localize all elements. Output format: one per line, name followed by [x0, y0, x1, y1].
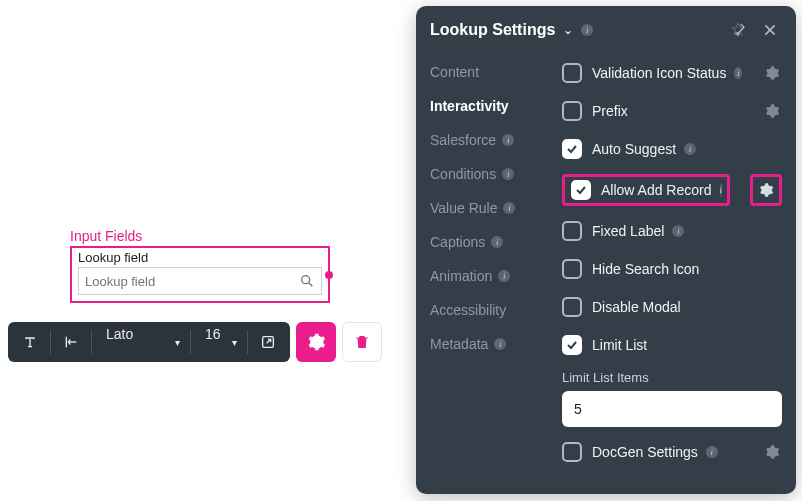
canvas-area: Input Fields Lookup field [70, 228, 330, 303]
option-label: Prefix [592, 103, 628, 119]
checkbox-allow-add-record[interactable] [571, 180, 591, 200]
toolbar-separator [50, 330, 51, 354]
info-icon[interactable]: i [684, 143, 696, 155]
limit-list-input[interactable] [562, 391, 782, 427]
tab-label: Content [430, 64, 479, 80]
toolbar-separator [91, 330, 92, 354]
close-icon[interactable] [758, 18, 782, 42]
panel-title[interactable]: Lookup Settings [430, 21, 555, 39]
chevron-down-icon[interactable]: ⌄ [563, 23, 573, 37]
info-icon[interactable]: i [734, 67, 742, 79]
settings-options: Validation Icon StatusiPrefixAuto Sugges… [556, 54, 796, 494]
open-external-button[interactable] [252, 326, 284, 358]
info-icon[interactable]: i [503, 202, 515, 214]
format-toolbar: Lato ▾ 16 ▾ [8, 322, 382, 362]
text-tool-button[interactable] [14, 326, 46, 358]
svg-line-1 [309, 283, 313, 287]
tab-animation[interactable]: Animationi [430, 268, 556, 284]
option-row-auto-suggest: Auto Suggesti [562, 136, 782, 162]
option-label: Allow Add Record [601, 182, 712, 198]
gear-icon[interactable] [762, 63, 782, 83]
option-row-disable-modal: Disable Modal [562, 294, 782, 320]
info-icon[interactable]: i [498, 270, 510, 282]
gear-icon[interactable] [756, 180, 776, 200]
tab-captions[interactable]: Captionsi [430, 234, 556, 250]
tab-metadata[interactable]: Metadatai [430, 336, 556, 352]
option-row-validation-icon-status: Validation Icon Statusi [562, 60, 782, 86]
info-icon[interactable]: i [491, 236, 503, 248]
info-icon[interactable]: i [706, 446, 718, 458]
tab-label: Metadata [430, 336, 488, 352]
option-row-hide-search-icon: Hide Search Icon [562, 256, 782, 282]
font-family-value: Lato [96, 326, 186, 358]
tab-label: Captions [430, 234, 485, 250]
lookup-input-row [78, 267, 322, 295]
font-family-select[interactable]: Lato ▾ [96, 326, 186, 358]
lookup-settings-panel: Lookup Settings ⌄ i ContentInteractivity… [416, 6, 796, 494]
svg-point-0 [302, 276, 310, 284]
checkbox-validation-icon-status[interactable] [562, 63, 582, 83]
delete-button[interactable] [342, 322, 382, 362]
toolbar-dark-group: Lato ▾ 16 ▾ [8, 322, 290, 362]
pin-icon[interactable] [726, 18, 750, 42]
option-label: DocGen Settings [592, 444, 698, 460]
option-label: Limit List [592, 337, 647, 353]
option-row-docgen-settings: DocGen Settingsi [562, 439, 782, 465]
checkbox-disable-modal[interactable] [562, 297, 582, 317]
checkbox-limit-list[interactable] [562, 335, 582, 355]
info-icon[interactable]: i [494, 338, 506, 350]
toolbar-separator [190, 330, 191, 354]
option-row-limit-list: Limit List [562, 332, 782, 358]
gear-icon[interactable] [762, 442, 782, 462]
highlight-allow-add-record: Allow Add Recordi [562, 174, 730, 206]
tab-value-rule[interactable]: Value Rulei [430, 200, 556, 216]
checkbox-docgen-settings[interactable] [562, 442, 582, 462]
tab-content[interactable]: Content [430, 64, 556, 80]
limit-list-section: Limit List Items [562, 370, 782, 427]
option-label: Validation Icon Status [592, 65, 726, 81]
checkbox-auto-suggest[interactable] [562, 139, 582, 159]
option-row-fixed-label: Fixed Labeli [562, 218, 782, 244]
tab-label: Conditions [430, 166, 496, 182]
tab-salesforce[interactable]: Salesforcei [430, 132, 556, 148]
option-row-prefix: Prefix [562, 98, 782, 124]
tab-label: Accessibility [430, 302, 506, 318]
info-icon[interactable]: i [720, 184, 723, 196]
lookup-field-title: Lookup field [72, 248, 328, 265]
settings-tabs: ContentInteractivitySalesforceiCondition… [416, 54, 556, 494]
checkbox-prefix[interactable] [562, 101, 582, 121]
checkbox-fixed-label[interactable] [562, 221, 582, 241]
tab-label: Interactivity [430, 98, 509, 114]
search-icon [299, 273, 315, 289]
lookup-field-widget[interactable]: Lookup field [70, 246, 330, 303]
option-label: Disable Modal [592, 299, 681, 315]
tab-label: Salesforce [430, 132, 496, 148]
lookup-input[interactable] [85, 274, 299, 289]
font-size-select[interactable]: 16 ▾ [195, 326, 243, 358]
info-icon[interactable]: i [672, 225, 684, 237]
option-label: Auto Suggest [592, 141, 676, 157]
tab-conditions[interactable]: Conditionsi [430, 166, 556, 182]
gear-icon[interactable] [762, 101, 782, 121]
tab-interactivity[interactable]: Interactivity [430, 98, 556, 114]
info-icon[interactable]: i [502, 168, 514, 180]
toolbar-separator [247, 330, 248, 354]
info-icon[interactable]: i [581, 24, 593, 36]
option-label: Hide Search Icon [592, 261, 699, 277]
tab-label: Value Rule [430, 200, 497, 216]
section-label: Input Fields [70, 228, 330, 244]
info-icon[interactable]: i [502, 134, 514, 146]
font-size-value: 16 [195, 326, 243, 358]
tab-accessibility[interactable]: Accessibility [430, 302, 556, 318]
resize-handle[interactable] [325, 271, 333, 279]
option-label: Fixed Label [592, 223, 664, 239]
checkbox-hide-search-icon[interactable] [562, 259, 582, 279]
panel-header: Lookup Settings ⌄ i [416, 6, 796, 54]
tab-label: Animation [430, 268, 492, 284]
option-row-allow-add-record: Allow Add Recordi [562, 174, 782, 206]
highlight-gear [750, 174, 782, 206]
settings-button[interactable] [296, 322, 336, 362]
limit-list-label: Limit List Items [562, 370, 782, 385]
panel-body: ContentInteractivitySalesforceiCondition… [416, 54, 796, 494]
align-button[interactable] [55, 326, 87, 358]
